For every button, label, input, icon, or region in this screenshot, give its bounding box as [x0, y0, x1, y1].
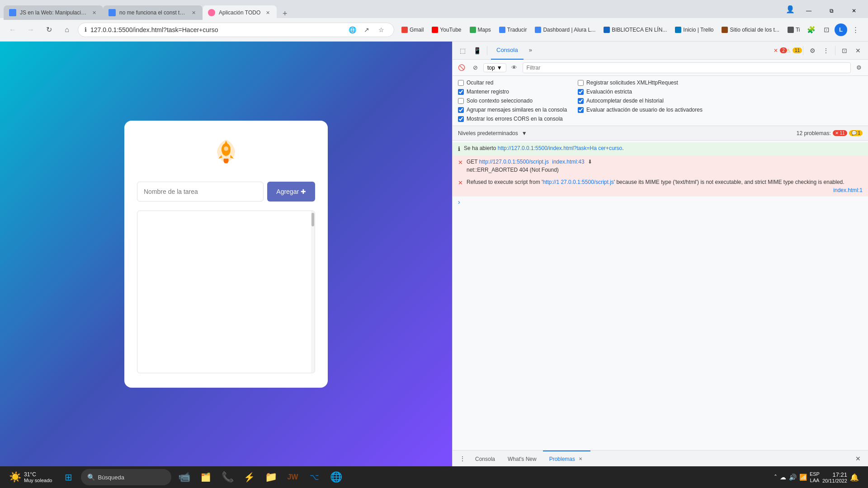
dt-warning-count[interactable]: ⚠ 11 [788, 44, 800, 57]
devtools-inspect-btn[interactable]: ⬚ [456, 44, 469, 57]
bookmark-icon[interactable]: ☆ [375, 23, 387, 36]
tab-1[interactable]: JS en la Web: Manipulación del ... ✕ [4, 5, 103, 20]
tab-3-close[interactable]: ✕ [264, 9, 271, 16]
console-filter-btn[interactable]: ⊘ [470, 62, 481, 73]
console-msg-error-2-loc[interactable]: index.html:1 [467, 186, 863, 194]
menu-button[interactable]: ⋮ [848, 23, 863, 37]
setting-mantener-registro[interactable]: Mantener registro [458, 89, 567, 95]
dt-settings-btn[interactable]: ⚙ [806, 44, 819, 57]
setting-agrupar-checkbox[interactable] [458, 107, 464, 113]
new-tab-button[interactable]: + [278, 7, 291, 20]
back-button[interactable]: ← [5, 23, 20, 37]
bookmark-alura[interactable]: Dashboard | Alura L... [531, 25, 599, 35]
bookmark-gmail[interactable]: Gmail [398, 25, 427, 35]
taskbar-app-explorer[interactable]: 📁 [262, 468, 280, 486]
taskbar-app-webex[interactable]: 📞 [218, 468, 236, 486]
restore-button[interactable]: ⧉ [821, 4, 842, 18]
tab-3[interactable]: Aplicación TODO ✕ [203, 5, 277, 20]
console-settings-btn[interactable]: ⚙ [854, 62, 864, 73]
home-button[interactable]: ⌂ [60, 23, 74, 37]
taskbar-clock[interactable]: 17:21 20/11/2022 [822, 471, 847, 483]
close-button[interactable]: ✕ [844, 4, 864, 18]
bottom-more-btn[interactable]: ⋮ [456, 452, 469, 465]
console-filter-input[interactable] [523, 62, 851, 73]
forward-button[interactable]: → [24, 23, 38, 37]
taskbar-app-video[interactable]: 📹 [175, 468, 193, 486]
start-button[interactable]: ⊞ [59, 468, 77, 486]
bottom-tab-problemas[interactable]: Problemas ✕ [543, 450, 590, 467]
cloud-icon[interactable]: ☁ [780, 474, 786, 481]
taskbar-weather[interactable]: ☀️ 31°C Muy soleado [5, 469, 56, 485]
bookmark-youtube[interactable]: YouTube [428, 25, 465, 35]
chevron-up-icon[interactable]: ˄ [774, 474, 777, 481]
scrollbar[interactable] [311, 211, 315, 373]
sidebar-toggle[interactable]: ⊡ [819, 23, 834, 37]
devtools-device-btn[interactable]: 📱 [471, 44, 483, 57]
extensions-button[interactable]: 🧩 [804, 23, 818, 37]
setting-solo-contexto[interactable]: Solo contexto seleccionado [458, 98, 567, 104]
bookmark-tipos[interactable]: Tipos de entrada m... [784, 25, 800, 35]
tab-2[interactable]: no me funciona el const task | JS ... ✕ [103, 5, 203, 20]
console-clear-btn[interactable]: 🚫 [456, 62, 467, 73]
bookmark-biblioteca[interactable]: BIBLIOTECA EN LÍN... [600, 25, 670, 35]
bookmark-trello[interactable]: Inicio | Trello [671, 25, 717, 35]
bookmark-maps[interactable]: Maps [466, 25, 495, 35]
setting-hide-network[interactable]: Ocultar red [458, 80, 567, 86]
language-indicator[interactable]: ESP LAA [810, 471, 820, 484]
console-msg-error-1-link[interactable]: http://127.0.0.1:5500/script.js [479, 159, 549, 165]
setting-evaluar-activacion-checkbox[interactable] [578, 107, 584, 113]
url-bar[interactable]: ℹ 127.0.0.1:5500/index.html?task=Hacer+c… [78, 23, 394, 37]
setting-cors-checkbox[interactable] [458, 116, 464, 122]
add-task-button[interactable]: Agregar ✚ [267, 182, 315, 202]
notification-icon[interactable]: 🔔 [850, 473, 859, 482]
taskbar-app-stylus[interactable]: ⚡ [240, 468, 258, 486]
tab-1-close[interactable]: ✕ [90, 9, 98, 16]
setting-hide-network-checkbox[interactable] [458, 80, 464, 86]
taskbar-search-bar[interactable]: 🔍 Búsqueda [81, 469, 171, 485]
context-selector[interactable]: top ▼ [483, 63, 506, 72]
taskbar-search-text: Búsqueda [98, 474, 124, 481]
translate-icon[interactable]: 🌐 [346, 23, 359, 36]
taskbar-app-files[interactable]: 🗂️ [197, 468, 215, 486]
setting-mantener-registro-checkbox[interactable] [458, 89, 464, 95]
taskbar-app-jw[interactable]: JW [283, 468, 302, 486]
minimize-button[interactable]: — [798, 4, 819, 18]
devtools-bottom-close[interactable]: ✕ [852, 452, 864, 465]
bottom-tab-console[interactable]: Consola [469, 450, 501, 467]
niveles-arrow[interactable]: ▼ [522, 130, 527, 136]
task-name-input[interactable] [137, 182, 264, 202]
dt-close-btn[interactable]: ✕ [852, 44, 864, 57]
console-msg-error-1-loc[interactable]: index.html:43 [552, 159, 584, 165]
console-msg-error-2-link[interactable]: http://1 27.0.0.1:5500/script.js [542, 179, 613, 185]
bottom-tab-whatsnew[interactable]: What's New [501, 450, 543, 467]
taskbar-app-chrome[interactable]: 🌐 [327, 468, 345, 486]
setting-autocompletar-checkbox[interactable] [578, 98, 584, 104]
dt-more-btn[interactable]: ⋮ [820, 44, 832, 57]
setting-evaluar-activacion[interactable]: Evaluar activación de usuario de los act… [578, 107, 703, 113]
profile-button[interactable]: L [835, 23, 847, 36]
console-msg-info-link[interactable]: http://127.0.0.1:5500/index.html?task=Ha… [498, 145, 623, 151]
tab-2-close[interactable]: ✕ [190, 9, 197, 16]
bottom-tab-problemas-close[interactable]: ✕ [577, 455, 584, 463]
console-eye-btn[interactable]: 👁 [509, 62, 520, 73]
setting-agrupar[interactable]: Agrupar mensajes similares en la consola [458, 107, 567, 113]
devtools-tab-console[interactable]: Consola [491, 42, 524, 60]
bookmark-translate[interactable]: Traducir [495, 25, 531, 35]
setting-solo-contexto-checkbox[interactable] [458, 98, 464, 104]
setting-autocompletar[interactable]: Autocompletar desde el historial [578, 98, 703, 104]
dt-undock-btn[interactable]: ⊡ [838, 44, 851, 57]
bookmark-jw[interactable]: Sitio oficial de los t... [718, 25, 783, 35]
taskbar-app-vscode[interactable]: ⌥ [305, 468, 323, 486]
profile-icon-btn[interactable]: 👤 [784, 3, 797, 15]
setting-evaluacion[interactable]: Evaluación estricta [578, 89, 703, 95]
devtools-tab-more[interactable]: » [524, 42, 538, 60]
share-icon[interactable]: ↗ [360, 23, 373, 36]
reload-button[interactable]: ↻ [42, 23, 56, 37]
setting-registrar-solicitudes[interactable]: Registrar solicitudes XMLHttpRequest [578, 80, 703, 86]
setting-registrar-solicitudes-checkbox[interactable] [578, 80, 584, 86]
wifi-icon[interactable]: 📶 [799, 474, 807, 481]
setting-evaluacion-checkbox[interactable] [578, 89, 584, 95]
setting-cors[interactable]: Mostrar los errores CORS en la consola [458, 116, 567, 122]
dt-error-count[interactable]: ✕ 2 [774, 44, 787, 57]
speaker-icon[interactable]: 🔊 [789, 474, 797, 481]
